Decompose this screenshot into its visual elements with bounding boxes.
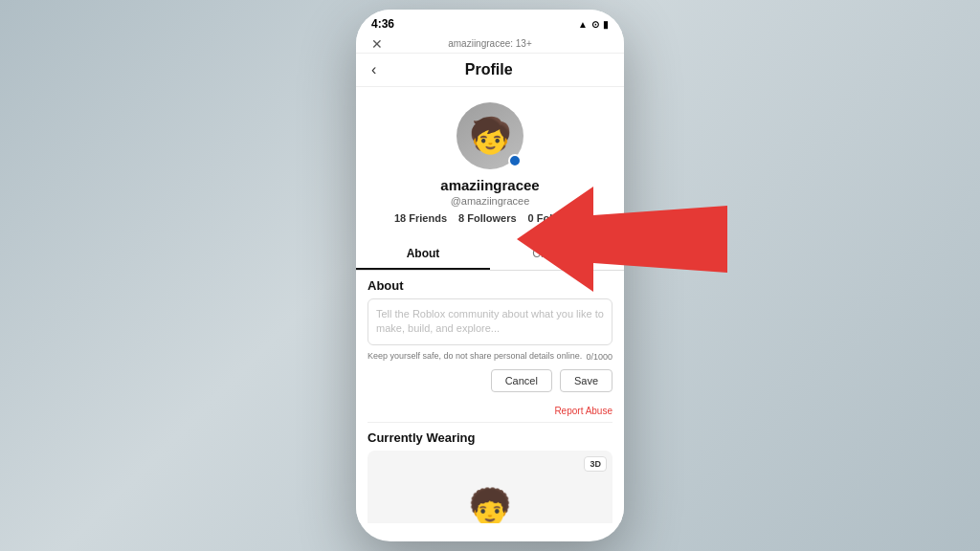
page-title: Profile <box>384 61 593 78</box>
phone-frame: 4:36 ▲ ⊙ ▮ ✕ amaziingracee: 13+ ‹ Profil… <box>356 10 624 541</box>
status-time: 4:36 <box>371 17 394 31</box>
avatar-section: 🧒 amaziingracee @amaziingracee 18 Friend… <box>356 87 624 231</box>
badge-3d: 3D <box>584 456 607 472</box>
save-button[interactable]: Save <box>560 369 612 392</box>
username: amaziingracee <box>440 177 539 193</box>
avatar-badge <box>508 154 522 167</box>
followers-label: Followers <box>467 212 516 224</box>
about-textarea[interactable]: Tell the Roblox community about what you… <box>368 298 612 345</box>
tabs-bar: About Creations <box>356 239 624 271</box>
signal-icon: ▲ <box>578 19 588 30</box>
following-stat: 0 Following <box>528 212 587 224</box>
friends-label: Friends <box>409 212 447 224</box>
followers-count: 8 <box>458 212 464 224</box>
wearing-label: Currently Wearing <box>368 430 612 445</box>
following-count: 0 <box>528 212 534 224</box>
about-placeholder: Tell the Roblox community about what you… <box>376 307 604 337</box>
tab-creations[interactable]: Creations <box>490 239 624 270</box>
about-warning: Keep yourself safe, do not share persona… <box>368 351 586 363</box>
wearing-section: Currently Wearing 3D 🧑‍🦱 <box>356 423 624 523</box>
profile-header: ‹ Profile <box>356 54 624 87</box>
about-label: About <box>368 278 612 293</box>
followers-stat: 8 Followers <box>458 212 517 224</box>
roblox-url: amaziingracee: 13+ <box>448 38 532 49</box>
report-abuse-link[interactable]: Report Abuse <box>356 406 624 422</box>
user-handle: @amaziingracee <box>451 195 530 207</box>
profile-content: 🧒 amaziingracee @amaziingracee 18 Friend… <box>356 87 624 523</box>
about-footer: Keep yourself safe, do not share persona… <box>368 351 612 363</box>
cancel-button[interactable]: Cancel <box>491 369 552 392</box>
avatar-figure: 🧒 <box>469 116 512 156</box>
status-icons: ▲ ⊙ ▮ <box>578 19 609 30</box>
char-count: 0/1000 <box>586 352 612 362</box>
status-bar: 4:36 ▲ ⊙ ▮ <box>356 10 624 34</box>
wearing-figure: 🧑‍🦱 <box>461 491 519 523</box>
back-button[interactable]: ‹ <box>371 61 376 78</box>
friends-stat: 18 Friends <box>394 212 447 224</box>
wearing-card: 3D 🧑‍🦱 <box>368 451 612 523</box>
tab-about[interactable]: About <box>356 239 490 270</box>
close-button[interactable]: ✕ <box>371 36 383 52</box>
about-section: About Tell the Roblox community about wh… <box>356 271 624 406</box>
following-label: Following <box>537 212 586 224</box>
battery-icon: ▮ <box>603 19 609 30</box>
friends-count: 18 <box>394 212 406 224</box>
stats-row: 18 Friends 8 Followers 0 Following <box>394 212 586 224</box>
avatar-wrapper[interactable]: 🧒 <box>457 102 523 169</box>
roblox-bar: ✕ amaziingracee: 13+ <box>356 34 624 54</box>
action-buttons: Cancel Save <box>368 369 612 392</box>
wifi-icon: ⊙ <box>591 19 599 30</box>
